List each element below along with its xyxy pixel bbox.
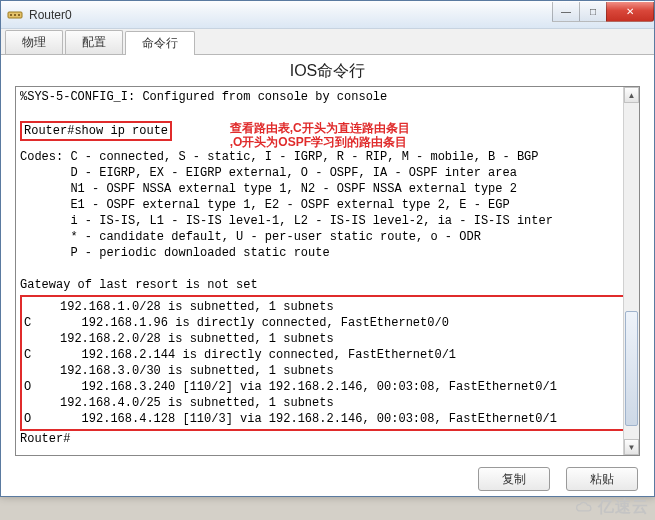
cli-command-highlight: Router#show ip route [20, 121, 172, 141]
bottom-toolbar: 复制 粘贴 [1, 462, 654, 496]
scroll-thumb[interactable] [625, 311, 638, 425]
paste-button[interactable]: 粘贴 [566, 467, 638, 491]
codes-line: N1 - OSPF NSSA external type 1, N2 - OSP… [20, 182, 517, 196]
app-window: Router0 — □ ✕ 物理 配置 命令行 IOS命令行 %SYS-5-CO… [0, 0, 655, 497]
cli-prompt: Router# [20, 432, 70, 446]
codes-line: i - IS-IS, L1 - IS-IS level-1, L2 - IS-I… [20, 214, 553, 228]
scroll-up-button[interactable]: ▲ [624, 87, 639, 103]
window-controls: — □ ✕ [553, 2, 654, 22]
scroll-track[interactable] [624, 103, 639, 439]
watermark: 亿速云 [575, 497, 649, 518]
watermark-text: 亿速云 [598, 497, 649, 518]
route-line: 192.168.4.0/25 is subnetted, 1 subnets [24, 396, 334, 410]
terminal-container: %SYS-5-CONFIG_I: Configured from console… [15, 86, 640, 456]
svg-point-1 [10, 14, 12, 16]
route-line: 192.168.2.0/28 is subnetted, 1 subnets [24, 332, 334, 346]
cli-command: show ip route [74, 124, 168, 138]
cli-prompt: Router# [24, 124, 74, 138]
close-button[interactable]: ✕ [606, 2, 654, 22]
tab-bar: 物理 配置 命令行 [1, 29, 654, 55]
minimize-button[interactable]: — [552, 2, 580, 22]
route-table-highlight: 192.168.1.0/28 is subnetted, 1 subnets C… [20, 295, 635, 431]
codes-line: P - periodic downloaded static route [20, 246, 330, 260]
tab-config[interactable]: 配置 [65, 30, 123, 54]
codes-line: Codes: C - connected, S - static, I - IG… [20, 150, 538, 164]
codes-line: E1 - OSPF external type 1, E2 - OSPF ext… [20, 198, 510, 212]
route-line: O 192.168.4.128 [110/3] via 192.168.2.14… [24, 412, 557, 426]
router-icon [7, 7, 23, 23]
annotation-text: 查看路由表,C开头为直连路由条目 ,O开头为OSPF学习到的路由条目 [230, 121, 410, 149]
scroll-down-button[interactable]: ▼ [624, 439, 639, 455]
tab-physical[interactable]: 物理 [5, 30, 63, 54]
cli-terminal[interactable]: %SYS-5-CONFIG_I: Configured from console… [16, 87, 639, 455]
maximize-button[interactable]: □ [579, 2, 607, 22]
gateway-line: Gateway of last resort is not set [20, 278, 258, 292]
route-line: C 192.168.2.144 is directly connected, F… [24, 348, 456, 362]
page-title: IOS命令行 [1, 55, 654, 86]
cloud-icon [575, 501, 595, 515]
copy-button[interactable]: 复制 [478, 467, 550, 491]
codes-line: D - EIGRP, EX - EIGRP external, O - OSPF… [20, 166, 517, 180]
route-line: C 192.168.1.96 is directly connected, Fa… [24, 316, 449, 330]
titlebar: Router0 — □ ✕ [1, 1, 654, 29]
svg-point-3 [18, 14, 20, 16]
route-line: O 192.168.3.240 [110/2] via 192.168.2.14… [24, 380, 557, 394]
svg-point-2 [14, 14, 16, 16]
codes-line: * - candidate default, U - per-user stat… [20, 230, 481, 244]
cli-line: %SYS-5-CONFIG_I: Configured from console… [20, 90, 387, 104]
terminal-scrollbar[interactable]: ▲ ▼ [623, 87, 639, 455]
route-line: 192.168.3.0/30 is subnetted, 1 subnets [24, 364, 334, 378]
window-title: Router0 [29, 8, 553, 22]
route-line: 192.168.1.0/28 is subnetted, 1 subnets [24, 300, 334, 314]
tab-cli[interactable]: 命令行 [125, 31, 195, 55]
